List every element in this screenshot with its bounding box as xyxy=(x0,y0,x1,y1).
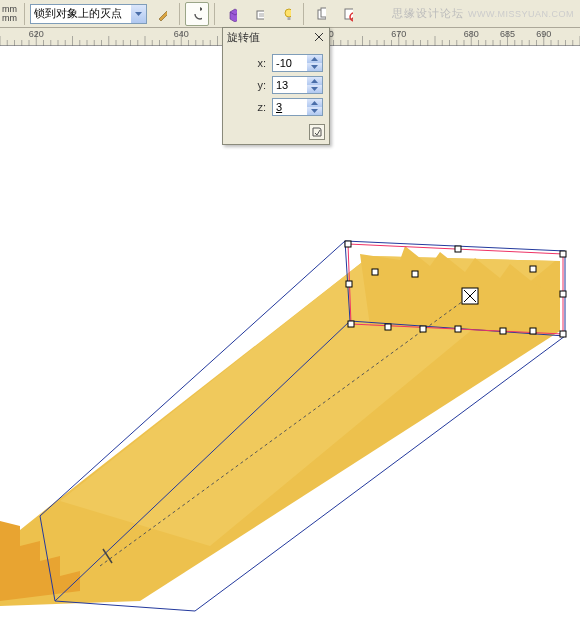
svg-rect-116 xyxy=(348,321,354,327)
separator xyxy=(179,3,180,25)
svg-rect-8 xyxy=(321,8,326,17)
svg-marker-129 xyxy=(311,79,318,83)
extrude-bevel-button[interactable] xyxy=(247,2,271,26)
svg-marker-2 xyxy=(230,9,237,22)
svg-rect-112 xyxy=(560,251,566,257)
spin-x[interactable] xyxy=(272,54,323,72)
vanishing-point-value[interactable] xyxy=(31,6,131,22)
vanishing-point-dropdown[interactable] xyxy=(30,4,147,24)
input-x[interactable] xyxy=(273,55,307,71)
input-y[interactable] xyxy=(273,77,307,93)
svg-text:680: 680 xyxy=(464,29,479,39)
copy-icon xyxy=(316,6,326,22)
vanishing-point-marker[interactable] xyxy=(462,288,478,304)
svg-marker-130 xyxy=(311,87,318,91)
svg-rect-121 xyxy=(420,326,426,332)
units-label: mm mm xyxy=(2,5,17,23)
svg-text:690: 690 xyxy=(536,29,551,39)
panel-titlebar[interactable]: 旋转值 xyxy=(223,28,329,46)
svg-rect-6 xyxy=(288,17,291,20)
extrude-lighting-button[interactable] xyxy=(274,2,298,26)
svg-rect-115 xyxy=(455,326,461,332)
spin-y[interactable] xyxy=(272,76,323,94)
svg-marker-132 xyxy=(311,109,318,113)
svg-rect-120 xyxy=(500,328,506,334)
spin-x-down[interactable] xyxy=(307,63,322,71)
spin-x-up[interactable] xyxy=(307,55,322,63)
svg-marker-0 xyxy=(135,12,142,16)
svg-rect-113 xyxy=(560,291,566,297)
svg-point-5 xyxy=(285,9,291,17)
svg-marker-131 xyxy=(311,101,318,105)
apply-icon[interactable] xyxy=(309,124,325,140)
panel-footer xyxy=(223,122,329,144)
svg-marker-127 xyxy=(311,57,318,61)
svg-rect-111 xyxy=(455,246,461,252)
svg-text:620: 620 xyxy=(29,29,44,39)
lightbulb-icon xyxy=(281,6,291,22)
rotate-values-button[interactable] xyxy=(185,2,209,26)
spin-z-down[interactable] xyxy=(307,107,322,115)
input-z[interactable] xyxy=(273,99,307,115)
label-y: y: xyxy=(252,79,266,91)
edit-vp-button[interactable] xyxy=(150,2,174,26)
clear-icon xyxy=(343,6,353,22)
copy-extrude-button[interactable] xyxy=(309,2,333,26)
panel-title-text: 旋转值 xyxy=(227,30,260,45)
panel-body: x: y: z: xyxy=(223,46,329,122)
svg-rect-123 xyxy=(530,266,536,272)
svg-rect-124 xyxy=(530,328,536,334)
svg-rect-118 xyxy=(372,269,378,275)
separator xyxy=(303,3,304,25)
bevel-icon xyxy=(254,6,264,22)
separator xyxy=(24,3,25,25)
svg-text:685: 685 xyxy=(500,29,515,39)
spin-z-up[interactable] xyxy=(307,99,322,107)
spin-y-up[interactable] xyxy=(307,77,322,85)
separator xyxy=(214,3,215,25)
svg-rect-117 xyxy=(346,281,352,287)
spin-z[interactable] xyxy=(272,98,323,116)
rotation-values-panel[interactable]: 旋转值 x: y: xyxy=(222,27,330,145)
rotate-icon xyxy=(192,6,202,22)
svg-text:640: 640 xyxy=(174,29,189,39)
svg-rect-122 xyxy=(385,324,391,330)
label-z: z: xyxy=(252,101,266,113)
pencil-icon xyxy=(157,6,167,22)
row-z: z: xyxy=(229,98,323,116)
clear-extrude-button[interactable] xyxy=(336,2,360,26)
svg-rect-119 xyxy=(412,271,418,277)
chevron-down-icon[interactable] xyxy=(131,5,146,23)
svg-marker-1 xyxy=(200,7,202,11)
watermark: 思缘设计论坛 WWW.MISSYUAN.COM xyxy=(392,6,574,21)
row-y: y: xyxy=(229,76,323,94)
row-x: x: xyxy=(229,54,323,72)
svg-rect-114 xyxy=(560,331,566,337)
svg-rect-4 xyxy=(259,13,264,17)
close-icon[interactable] xyxy=(313,31,325,43)
spin-y-down[interactable] xyxy=(307,85,322,93)
extrude-color-button[interactable] xyxy=(220,2,244,26)
svg-text:670: 670 xyxy=(391,29,406,39)
svg-rect-110 xyxy=(345,241,351,247)
cube-icon xyxy=(227,6,237,22)
svg-marker-128 xyxy=(311,65,318,69)
label-x: x: xyxy=(252,57,266,69)
